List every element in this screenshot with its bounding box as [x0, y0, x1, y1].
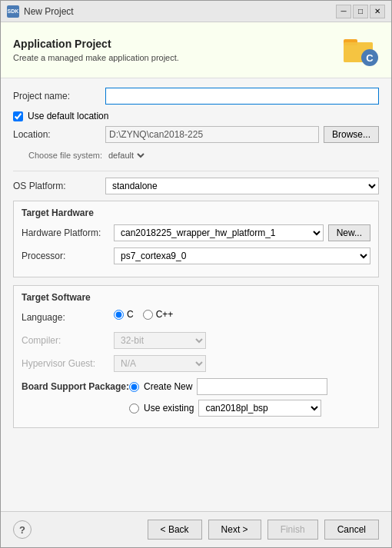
bsp-new-name-input[interactable] [197, 378, 327, 395]
use-default-location-checkbox[interactable] [13, 111, 23, 121]
bsp-use-existing-option: Use existing can2018pl_bsp [129, 400, 321, 417]
filesystem-label: Choose file system: [28, 151, 102, 160]
hypervisor-row: Hypervisor Guest: N/A [22, 355, 370, 372]
header-title: Application Project [13, 38, 179, 50]
language-c-option: C [114, 309, 134, 320]
footer-buttons: < Back Next > Finish Cancel [148, 520, 379, 540]
location-row: Location: Browse... [13, 126, 379, 143]
header-icon: C [342, 32, 379, 68]
language-cpp-radio[interactable] [143, 310, 153, 320]
use-default-location-label[interactable]: Use default location [28, 111, 108, 121]
header-text: Application Project Create a managed mak… [13, 38, 179, 62]
bsp-create-new-radio[interactable] [129, 382, 139, 392]
window-controls: ─ □ ✕ [336, 5, 385, 18]
os-platform-select[interactable]: standalone linux [105, 178, 379, 194]
title-bar: SDK New Project ─ □ ✕ [1, 1, 391, 22]
new-hardware-button[interactable]: New... [328, 224, 370, 241]
compiler-select[interactable]: 32-bit 64-bit [114, 332, 206, 349]
new-project-window: SDK New Project ─ □ ✕ Application Projec… [0, 0, 392, 548]
hardware-platform-row: Hardware Platform: can2018225_wrapper_hw… [22, 224, 370, 241]
processor-row: Processor: ps7_cortexa9_0 [22, 247, 370, 264]
project-name-label: Project name: [13, 91, 105, 101]
finish-button[interactable]: Finish [267, 520, 318, 540]
language-c-label[interactable]: C [127, 309, 134, 320]
compiler-row: Compiler: 32-bit 64-bit [22, 332, 370, 349]
bsp-create-new-option: Create New [129, 378, 327, 395]
bsp-existing-row: Use existing can2018pl_bsp [22, 400, 370, 417]
form-content: Project name: Use default location Locat… [1, 78, 391, 511]
bsp-label: Board Support Package: [22, 381, 129, 392]
browse-button[interactable]: Browse... [324, 126, 379, 143]
window-title: New Project [24, 6, 336, 17]
location-input[interactable] [105, 126, 319, 143]
bsp-create-new-label[interactable]: Create New [144, 381, 192, 392]
target-hardware-section: Target Hardware Hardware Platform: can20… [13, 201, 379, 277]
language-label: Language: [22, 312, 114, 323]
bsp-use-existing-label[interactable]: Use existing [144, 403, 194, 413]
os-platform-label: OS Platform: [13, 181, 105, 191]
project-name-row: Project name: [13, 88, 379, 105]
minimize-button[interactable]: ─ [336, 5, 351, 18]
next-button[interactable]: Next > [208, 520, 261, 540]
header-subtitle: Create a managed make application projec… [13, 53, 179, 62]
filesystem-select[interactable]: default [105, 148, 147, 163]
processor-label: Processor: [22, 251, 114, 261]
target-software-title: Target Software [22, 292, 370, 303]
filesystem-row: Choose file system: default [13, 148, 379, 163]
project-name-input[interactable] [105, 88, 379, 105]
processor-select[interactable]: ps7_cortexa9_0 [114, 247, 370, 264]
cancel-button[interactable]: Cancel [324, 520, 379, 540]
os-platform-row: OS Platform: standalone linux [13, 178, 379, 194]
maximize-button[interactable]: □ [353, 5, 368, 18]
compiler-label: Compiler: [22, 335, 114, 346]
bsp-existing-select[interactable]: can2018pl_bsp [198, 400, 321, 417]
language-c-radio[interactable] [114, 310, 124, 320]
divider-1 [13, 171, 379, 171]
header-area: Application Project Create a managed mak… [1, 22, 391, 78]
language-options: C C++ [114, 309, 173, 320]
location-label: Location: [13, 129, 105, 140]
hypervisor-select[interactable]: N/A [114, 355, 206, 372]
use-default-location-row: Use default location [13, 111, 379, 121]
target-software-section: Target Software Language: C C++ Com [13, 285, 379, 428]
help-button[interactable]: ? [13, 520, 32, 539]
folder-svg: C [342, 32, 379, 68]
hypervisor-label: Hypervisor Guest: [22, 358, 114, 369]
hardware-platform-label: Hardware Platform: [22, 228, 114, 238]
app-icon: SDK [7, 5, 19, 18]
target-hardware-title: Target Hardware [22, 208, 370, 218]
language-cpp-label[interactable]: C++ [156, 309, 174, 320]
bsp-row: Board Support Package: Create New [22, 378, 370, 395]
dialog-footer: ? < Back Next > Finish Cancel [1, 511, 391, 547]
hardware-platform-select[interactable]: can2018225_wrapper_hw_platform_1 [114, 224, 324, 241]
svg-text:C: C [366, 52, 374, 64]
back-button[interactable]: < Back [148, 520, 202, 540]
close-button[interactable]: ✕ [370, 5, 385, 18]
language-cpp-option: C++ [143, 309, 174, 320]
bsp-use-existing-radio[interactable] [129, 404, 139, 413]
language-row: Language: C C++ [22, 309, 370, 326]
